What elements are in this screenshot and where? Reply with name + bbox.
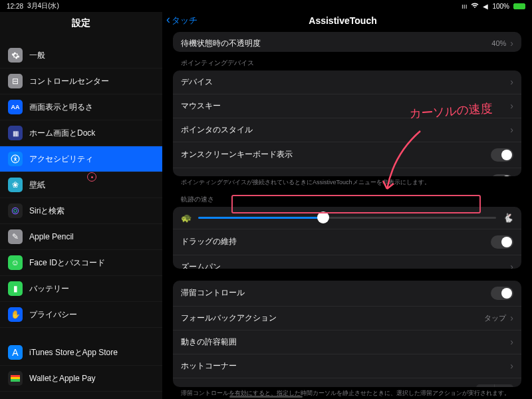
panel-idle: 待機状態時の不透明度 40% (173, 32, 521, 52)
sidebar-item-label: コントロールセンター (29, 76, 109, 87)
wifi-icon (471, 3, 479, 10)
chevron-right-icon (510, 313, 513, 323)
sidebar-item-faceid[interactable]: ☺ Face IDとパスコード (0, 250, 162, 276)
sidebar-title: 設定 (0, 12, 162, 36)
sidebar-item-wallet[interactable]: WalletとApple Pay (0, 366, 162, 392)
pencil-icon: ✎ (8, 229, 23, 244)
sidebar-item-siri[interactable]: Siriと検索 (0, 198, 162, 224)
status-time: 12:28 (7, 3, 23, 10)
row-zoom-pan[interactable]: ズームパン (173, 255, 521, 269)
row-label: フォールバックアクション (181, 313, 484, 324)
hand-icon: ✋ (8, 307, 23, 322)
row-hot-corners[interactable]: ホットコーナー (173, 354, 521, 378)
row-fallback-action[interactable]: フォールバックアクション タップ (173, 307, 521, 331)
row-drag-lock[interactable]: ドラッグの維持 (173, 229, 521, 255)
svg-point-2 (12, 207, 18, 213)
sidebar-item-itunes[interactable]: A iTunes StoreとApp Store (0, 340, 162, 366)
sidebar-item-label: iTunes StoreとApp Store (29, 347, 118, 358)
toggle-off[interactable] (491, 287, 513, 300)
toggle-off[interactable] (491, 148, 513, 162)
siri-icon (8, 203, 23, 218)
svg-point-3 (14, 209, 17, 213)
flower-icon: ❀ (8, 178, 23, 192)
tracking-speed-slider[interactable] (198, 217, 496, 219)
faceid-icon: ☺ (8, 255, 23, 270)
sidebar-item-label: ホーム画面とDock (29, 128, 95, 139)
gear-icon (8, 48, 23, 63)
tortoise-icon: 🐢 (181, 213, 192, 223)
row-dwell-time: 2.00 秒 − + (173, 378, 521, 388)
chevron-right-icon (510, 336, 513, 347)
svg-rect-4 (11, 375, 20, 377)
sidebar-item-label: 壁紙 (29, 180, 45, 191)
switches-icon: ⊟ (8, 74, 23, 88)
grid-icon: ▦ (8, 126, 23, 140)
footer-pointing: ポインティングデバイスが接続されているときにAssistiveTouchメニュー… (162, 176, 532, 188)
settings-sidebar: 設定 一般 ⊟ コントロールセンター AA 画面表示と明るさ ▦ (0, 12, 162, 399)
row-idle-opacity[interactable]: 待機状態時の不透明度 40% (173, 32, 521, 52)
row-label: ポインタのスタイル (181, 124, 510, 136)
rabbit-icon: 🐇 (503, 213, 513, 223)
row-label: 待機状態時の不透明度 (181, 38, 491, 49)
row-dwell-control[interactable]: 滞留コントロール (173, 281, 521, 307)
sidebar-item-label: プライバシー (29, 309, 77, 321)
sidebar-item-control-center[interactable]: ⊟ コントロールセンター (0, 68, 162, 94)
row-devices[interactable]: デバイス (173, 70, 521, 94)
wallet-icon (8, 371, 23, 386)
chevron-right-icon (510, 100, 513, 111)
row-mousekeys[interactable]: マウスキー (173, 94, 521, 118)
row-label: ドラッグの維持 (181, 236, 491, 247)
svg-rect-6 (11, 379, 20, 382)
toggle-off[interactable] (491, 174, 513, 176)
svg-rect-5 (11, 377, 20, 379)
sidebar-item-accessibility[interactable]: アクセシビリティ (0, 146, 162, 172)
row-value: 40% (491, 39, 506, 47)
sidebar-item-privacy[interactable]: ✋ プライバシー (0, 302, 162, 328)
battery-icon (513, 3, 525, 9)
status-bar: 12:28 3月4日(水) ııı ◀ 100% (0, 0, 532, 12)
sidebar-item-general[interactable]: 一般 (0, 43, 162, 68)
nav-title: AssistiveTouch (162, 15, 528, 26)
panel-tracking: 🐢 🐇 ドラッグの維持 ズームパン (173, 207, 521, 269)
home-indicator[interactable] (229, 396, 303, 398)
row-label: オンスクリーンキーボード表示 (181, 149, 491, 160)
chevron-right-icon (510, 360, 513, 371)
row-label: 動きの許容範囲 (181, 336, 510, 348)
chevron-right-icon (510, 76, 513, 87)
sidebar-item-home-dock[interactable]: ▦ ホーム画面とDock (0, 120, 162, 146)
row-label: マウスキー (181, 100, 510, 112)
footer-dwell: 滞留コントロールを有効にすると、指定した時間カーソルを静止させたときに、選択した… (162, 387, 532, 399)
row-onscreen-keyboard[interactable]: オンスクリーンキーボード表示 (173, 142, 521, 168)
row-label: デバイス (181, 76, 510, 88)
sidebar-item-label: Siriと検索 (29, 205, 65, 217)
row-movement-tolerance[interactable]: 動きの許容範囲 (173, 331, 521, 354)
row-pointer-style[interactable]: ポインタのスタイル (173, 118, 521, 142)
chevron-right-icon (510, 38, 513, 49)
status-date: 3月4日(水) (27, 1, 59, 11)
sidebar-item-label: 画面表示と明るさ (29, 102, 93, 113)
panel-dwell: 滞留コントロール フォールバックアクション タップ 動きの許容範囲 ホットコーナ… (173, 281, 521, 388)
sidebar-item-display[interactable]: AA 画面表示と明るさ (0, 94, 162, 120)
sidebar-item-battery[interactable]: ▮ バッテリー (0, 276, 162, 302)
toggle-off[interactable] (491, 235, 513, 249)
sidebar-item-label: WalletとApple Pay (29, 373, 96, 384)
chevron-right-icon (510, 261, 513, 268)
svg-point-1 (15, 156, 16, 158)
row-value: タップ (484, 313, 506, 323)
section-pointing-devices: ポインティングデバイス (162, 52, 532, 70)
battery-icon: ▮ (8, 281, 23, 296)
nav-header: タッチ AssistiveTouch (162, 12, 532, 29)
row-always-show-menu[interactable]: メニューを常に表示 (173, 168, 521, 176)
sidebar-item-label: Face IDとパスコード (29, 257, 105, 269)
sidebar-item-label: 一般 (29, 50, 45, 61)
sidebar-item-label: バッテリー (29, 283, 69, 295)
content-pane: タッチ AssistiveTouch 待機状態時の不透明度 40% ポインティン… (162, 12, 532, 399)
sidebar-item-label: アクセシビリティ (29, 154, 93, 165)
aa-icon: AA (8, 100, 23, 114)
sidebar-item-apple-pencil[interactable]: ✎ Apple Pencil (0, 224, 162, 250)
sidebar-item-label: Apple Pencil (29, 232, 74, 241)
slider-thumb[interactable] (317, 211, 329, 223)
section-tracking-speed: 軌跡の速さ (162, 188, 532, 207)
row-tracking-slider: 🐢 🐇 (173, 207, 521, 229)
sidebar-item-wallpaper[interactable]: ❀ 壁紙 (0, 172, 162, 198)
